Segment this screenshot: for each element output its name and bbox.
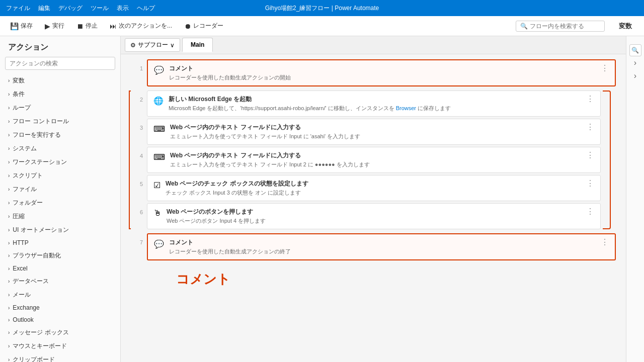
run-button[interactable]: ▶ 実行 [41, 20, 68, 32]
sidebar-item-scripting[interactable]: ›スクリプト [0, 169, 120, 183]
sidebar-item-loops[interactable]: ›ループ [0, 101, 120, 115]
row-number-3: 3 [131, 119, 143, 131]
checkbox-icon: ☑ [153, 180, 160, 190]
click-icon: 🖱 [153, 209, 162, 218]
stop-icon: ⏹ [76, 22, 84, 30]
sidebar-item-message-box[interactable]: ›メッセージ ボックス [0, 326, 120, 339]
variables-button[interactable]: 変数 [613, 20, 638, 33]
comment-icon: 💬 [154, 65, 164, 75]
stop-button[interactable]: ⏹ 停止 [72, 20, 102, 32]
sidebar-item-conditions[interactable]: ›条件 [0, 87, 120, 101]
action-type-password[interactable]: ⌨ Web ページ内のテキスト フィールドに入力する エミュレート入力を使ってテ… [147, 147, 601, 173]
toolbar: 💾 保存 ▶ 実行 ⏹ 停止 ⏭ 次のアクションを... ⏺ レコーダー 🔍 変… [0, 16, 644, 36]
right-panel: 変数 🔍 › › [626, 36, 644, 362]
chevron-down-icon: ∨ [170, 42, 175, 49]
row-number-7: 7 [131, 233, 143, 245]
menu-item-file[interactable]: ファイル [6, 4, 30, 13]
flow-row-3: 3 ⌨ Web ページ内のテキスト フィールドに入力する エミュレート入力を使っ… [131, 119, 601, 145]
flow-search[interactable]: 🔍 [516, 21, 605, 32]
sidebar-item-folder[interactable]: ›フォルダー [0, 196, 120, 210]
window-title: Gihyo場館2_練習フロー | Power Automate [265, 4, 379, 13]
keyboard-icon-4: ⌨ [153, 152, 165, 162]
flow-row-2: 2 🌐 新しい Microsoft Edge を起動 Microsoft Edg… [131, 90, 601, 117]
skip-icon: ⏭ [110, 22, 117, 30]
action-comment-end[interactable]: 💬 コメント レコーダーを使用した自動生成アクションの終了 ⋮ [147, 233, 616, 260]
flow-row-6: 6 🖱 Web ページのボタンを押します Web ページのボタン Input 4… [131, 203, 601, 229]
comment-icon-end: 💬 [154, 239, 164, 249]
action-more-3[interactable]: ⋮ [586, 123, 594, 131]
action-search-input[interactable] [5, 57, 115, 70]
collapse-panel-button[interactable]: › [634, 71, 636, 80]
sidebar-title: アクション [0, 36, 120, 57]
flow-row-4: 4 ⌨ Web ページ内のテキスト フィールドに入力する エミュレート入力を使っ… [131, 147, 601, 173]
expand-panel-button[interactable]: › [634, 58, 636, 67]
canvas-area: ⚙ サブフロー ∨ Main コメント 1 💬 コメント レコーダーを使用した自… [121, 36, 626, 362]
variables-search-button[interactable]: 🔍 [629, 44, 641, 56]
action-type-username[interactable]: ⌨ Web ページ内のテキスト フィールドに入力する エミュレート入力を使ってテ… [147, 119, 601, 145]
row-number-1: 1 [131, 59, 143, 71]
sidebar-item-variables[interactable]: ›変数 [0, 74, 120, 87]
save-icon: 💾 [10, 22, 19, 30]
sidebar-item-outlook[interactable]: ›Outlook [0, 314, 120, 326]
action-launch-edge[interactable]: 🌐 新しい Microsoft Edge を起動 Microsoft Edge … [147, 90, 601, 117]
tab-main[interactable]: Main [182, 38, 213, 52]
sidebar-item-browser-automation[interactable]: ›ブラウザー自動化 [0, 249, 120, 262]
next-action-button[interactable]: ⏭ 次のアクションを... [106, 20, 176, 32]
record-icon: ⏺ [184, 22, 191, 30]
flow-row-7: 7 💬 コメント レコーダーを使用した自動生成アクションの終了 ⋮ [131, 233, 616, 260]
action-more-2[interactable]: ⋮ [586, 95, 594, 103]
sidebar-item-flow-control[interactable]: ›フロー コントロール [0, 115, 120, 128]
search-icon: 🔍 [520, 23, 528, 30]
sidebar-item-mouse-keyboard[interactable]: ›マウスとキーボード [0, 339, 120, 353]
left-bracket-indicator [129, 90, 131, 229]
subflow-icon: ⚙ [130, 42, 136, 49]
menu-bar: ファイル 編集 デバッグ ツール 表示 ヘルプ Gihyo場館2_練習フロー |… [0, 0, 644, 16]
bracket-group: 2 🌐 新しい Microsoft Edge を起動 Microsoft Edg… [131, 90, 601, 229]
sidebar-item-file[interactable]: ›ファイル [0, 183, 120, 196]
row-number-4: 4 [131, 147, 143, 159]
sidebar: アクション ›変数 ›条件 ›ループ ›フロー コントロール ›フローを実行する… [0, 36, 121, 362]
action-click-button[interactable]: 🖱 Web ページのボタンを押します Web ページのボタン Input 4 を… [147, 203, 601, 229]
action-more-7[interactable]: ⋮ [601, 238, 609, 246]
flow-row-5: 5 ☑ Web ページのチェック ボックスの状態を設定します チェック ボックス… [131, 175, 601, 201]
sidebar-item-clipboard[interactable]: ›クリップボード [0, 353, 120, 362]
sidebar-item-run-flow[interactable]: ›フローを実行する [0, 128, 120, 142]
sidebar-item-database[interactable]: ›データベース [0, 275, 120, 288]
action-checkbox[interactable]: ☑ Web ページのチェック ボックスの状態を設定します チェック ボックス I… [147, 175, 601, 201]
save-button[interactable]: 💾 保存 [6, 20, 37, 32]
action-more-5[interactable]: ⋮ [586, 179, 594, 188]
action-more-1[interactable]: ⋮ [601, 64, 609, 72]
action-more-4[interactable]: ⋮ [586, 151, 594, 159]
tabs-bar: ⚙ サブフロー ∨ Main [121, 36, 626, 54]
recorder-button[interactable]: ⏺ レコーダー [180, 20, 227, 32]
sidebar-item-exchange[interactable]: ›Exchange [0, 302, 120, 314]
sidebar-item-ui-automation[interactable]: ›UI オートメーション [0, 223, 120, 237]
menu-item-edit[interactable]: 編集 [38, 4, 50, 13]
main-layout: アクション ›変数 ›条件 ›ループ ›フロー コントロール ›フローを実行する… [0, 36, 644, 362]
flow-canvas: コメント 1 💬 コメント レコーダーを使用した自動生成アクションの開始 ⋮ [121, 54, 626, 362]
menu-item-debug[interactable]: デバッグ [58, 4, 83, 13]
action-comment-start[interactable]: 💬 コメント レコーダーを使用した自動生成アクションの開始 ⋮ [147, 59, 616, 86]
row-number-5: 5 [131, 175, 143, 187]
flow-row-1: 1 💬 コメント レコーダーを使用した自動生成アクションの開始 ⋮ [131, 59, 616, 86]
menu-item-tools[interactable]: ツール [91, 4, 109, 13]
browser-icon: 🌐 [153, 96, 164, 106]
row-number-6: 6 [131, 203, 143, 215]
right-bracket [603, 90, 611, 229]
run-icon: ▶ [45, 22, 50, 30]
sidebar-item-workstation[interactable]: ›ワークステーション [0, 155, 120, 169]
sidebar-item-mail[interactable]: ›メール [0, 288, 120, 302]
comment-annotation-label: コメント [176, 270, 230, 288]
row-number-2: 2 [131, 90, 143, 103]
sidebar-item-system[interactable]: ›システム [0, 142, 120, 155]
subflow-button[interactable]: ⚙ サブフロー ∨ [125, 38, 180, 52]
action-more-6[interactable]: ⋮ [586, 208, 594, 216]
keyboard-icon-3: ⌨ [153, 124, 165, 134]
sidebar-item-http[interactable]: ›HTTP [0, 237, 120, 249]
menu-item-view[interactable]: 表示 [117, 4, 129, 13]
menu-item-help[interactable]: ヘルプ [137, 4, 155, 13]
sidebar-item-compression[interactable]: ›圧縮 [0, 210, 120, 223]
sidebar-item-excel[interactable]: ›Excel [0, 262, 120, 275]
flow-search-input[interactable] [530, 23, 600, 30]
